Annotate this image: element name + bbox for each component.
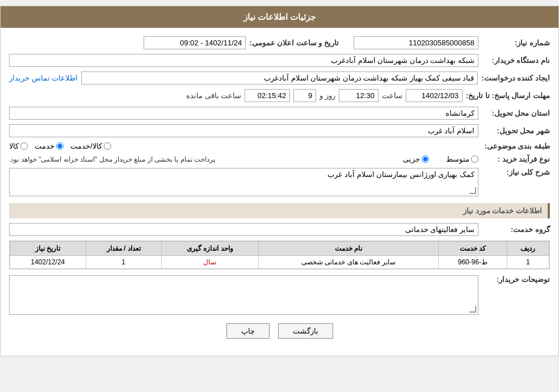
creator-value: قباد سیفی کمک بهیار شبکه بهداشت درمان شه…: [81, 71, 478, 85]
cell-unit: سال: [161, 256, 258, 269]
buyer-desc-label: توضیحات خریدار:: [482, 275, 550, 284]
cell-row: 1: [507, 256, 549, 269]
datetime-value: 1402/11/24 - 09:02: [144, 36, 246, 49]
col-unit: واحد اندازه گیری: [161, 242, 258, 256]
cell-name: سایر فعالیت های خدماتی شخصی: [258, 256, 439, 269]
radio-motavasset-input[interactable]: [471, 155, 478, 163]
purchase-note: پرداخت تمام یا بخشی از مبلغ خریداز محل "…: [9, 155, 215, 163]
services-table: ردیف کد خدمت نام خدمت واحد اندازه گیری ت…: [9, 241, 550, 269]
need-number-value: 1102030585000858: [354, 36, 478, 49]
page-title: جزئیات اطلاعات نیاز: [1, 6, 558, 28]
purchase-type-group: متوسط جزیی: [218, 155, 478, 163]
radio-khadamat-input[interactable]: [56, 142, 64, 150]
buyer-desc-textarea[interactable]: [9, 275, 478, 315]
deadline-remaining: 02:15:42: [245, 89, 290, 102]
category-radio-group: کالا/خدمت خدمت کالا: [9, 142, 478, 150]
radio-kala-label: کالا: [9, 142, 19, 150]
radio-kala-khadamat[interactable]: کالا/خدمت: [70, 142, 111, 150]
radio-kala-khadamat-input[interactable]: [104, 142, 111, 150]
service-group-value: سایر فعالیتهای خدماتی: [9, 223, 478, 236]
buyer-org-label: نام دستگاه خریدار:: [482, 56, 550, 65]
datetime-label: تاریخ و ساعت اعلان عمومی:: [249, 39, 339, 47]
radio-jozii-label: جزیی: [403, 155, 420, 163]
city-value: اسلام آباد غرب: [9, 124, 478, 137]
radio-kala[interactable]: کالا: [9, 142, 28, 150]
city-label: شهر محل تحویل:: [482, 127, 550, 135]
deadline-time-label: ساعت: [382, 91, 402, 100]
buyer-org-value: شبکه بهداشت درمان شهرستان اسلام آبادغرب: [9, 54, 478, 67]
service-group-label: گروه خدمت:: [482, 225, 550, 234]
col-code: کد خدمت: [439, 242, 507, 256]
back-button[interactable]: بازگشت: [278, 323, 333, 339]
contact-link[interactable]: اطلاعات تماس خریدار: [9, 74, 78, 82]
col-name: نام خدمت: [258, 242, 439, 256]
description-label: شرح کلی نیاز:: [482, 168, 550, 176]
creator-label: ایجاد کننده درخواست:: [481, 74, 550, 82]
print-button[interactable]: چاپ: [226, 323, 270, 339]
deadline-date: 1402/12/03: [406, 89, 463, 102]
radio-khadamat[interactable]: خدمت: [35, 142, 64, 150]
need-number-label: شماره نیاز:: [482, 39, 550, 47]
deadline-label: مهلت ارسال پاسخ: تا تاریخ:: [466, 91, 550, 100]
cell-qty: 1: [86, 256, 161, 269]
deadline-remaining-label: ساعت باقی مانده: [186, 91, 241, 100]
description-value: کمک بهیاری اورژانس بیمارستان اسلام آباد …: [9, 168, 478, 196]
province-value: کرمانشاه: [9, 107, 478, 120]
col-qty: تعداد / مقدار: [86, 242, 161, 256]
province-label: استان محل تحویل:: [482, 109, 550, 117]
radio-jozii-input[interactable]: [422, 155, 429, 163]
radio-jozii[interactable]: جزیی: [403, 155, 429, 163]
col-row: ردیف: [507, 242, 549, 256]
radio-khadamat-label: خدمت: [35, 142, 54, 150]
services-section-header: اطلاعات خدمات مورد نیاز: [9, 203, 550, 218]
purchase-type-label: نوع فرآیند خرید :: [482, 155, 550, 163]
table-row: 1ط-96-960سایر فعالیت های خدماتی شخصیسال1…: [10, 256, 549, 269]
radio-motavasset[interactable]: متوسط: [446, 155, 478, 163]
radio-motavasset-label: متوسط: [446, 155, 469, 163]
radio-kala-khadamat-label: کالا/خدمت: [70, 142, 102, 150]
radio-kala-input[interactable]: [20, 142, 28, 150]
deadline-days: 9: [293, 89, 316, 102]
category-label: طبقه بندی موضوعی:: [482, 142, 550, 150]
button-row: بازگشت چاپ: [9, 323, 550, 347]
deadline-day-label: روز و: [320, 91, 335, 100]
cell-date: 1402/12/24: [10, 256, 86, 269]
col-date: تاریخ نیاز: [10, 242, 86, 256]
deadline-time: 12:30: [339, 89, 379, 102]
cell-code: ط-96-960: [439, 256, 507, 269]
